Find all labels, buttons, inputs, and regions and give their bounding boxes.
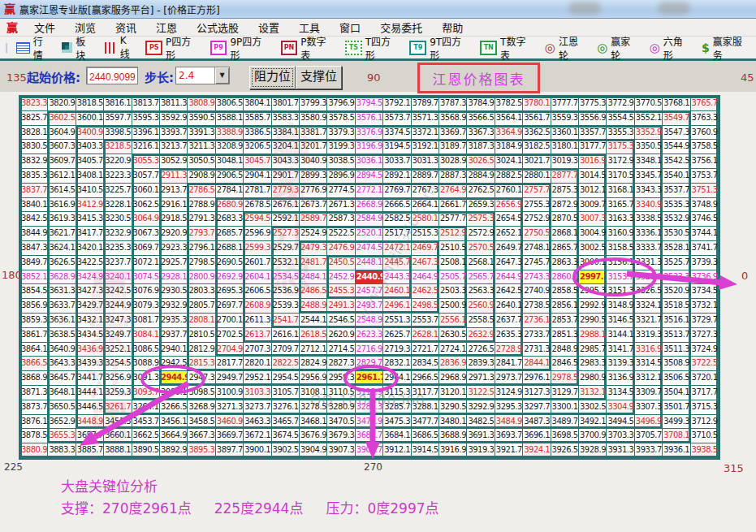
grid-cell: 2508.10	[439, 256, 467, 270]
grid-cell: 3535.30	[663, 198, 690, 213]
menu-news[interactable]: 资讯	[106, 19, 146, 35]
grid-cell: 3451.30	[104, 415, 132, 430]
grid-cell: 3537.70	[663, 184, 690, 198]
toolbar-button-quotes[interactable]: 行情	[16, 34, 52, 62]
grid-cell: 3470.50	[327, 415, 355, 430]
start-price-input[interactable]	[86, 67, 138, 84]
toolbar-separator: |	[5, 42, 8, 54]
grid-cell: 3919.30	[467, 443, 495, 458]
start-price-label: 起始价格:	[27, 68, 80, 85]
toolbar-button-gann-wheel[interactable]: ◎ 江恩轮	[545, 34, 587, 62]
grid-cell: 3760.90	[691, 126, 719, 141]
grid-cell: 2541.70	[272, 314, 300, 328]
grid-cell: 3374.50	[383, 126, 411, 141]
grid-cell: 2906.50	[216, 169, 244, 184]
grid-cell: 3372.10	[412, 126, 439, 141]
grid-cell: 2527.30	[272, 227, 300, 241]
grid-cell: 3242.50	[104, 284, 132, 299]
menu-gann[interactable]: 江恩	[146, 19, 187, 35]
gann-wheel-icon: ◎	[545, 42, 555, 54]
grid-cell: 2457.70	[356, 284, 383, 299]
grid-cell: 3340.90	[635, 198, 663, 213]
grid-cell: 2724.10	[439, 343, 467, 357]
toolbar-button-hexagon[interactable]: ◎ 六角形	[650, 34, 692, 62]
grid-cell: 3720.10	[691, 371, 719, 386]
grid-cell: 3643.30	[48, 357, 76, 371]
grid-cell: 3343.30	[635, 184, 663, 198]
menu-trade[interactable]: 交易委托	[370, 19, 432, 35]
grid-cell: 2448.10	[356, 256, 383, 270]
grid-cell: 2836.90	[439, 357, 467, 371]
toolbar-button-p-square[interactable]: PS P四方形	[145, 34, 200, 62]
grid-cell: 2755.30	[523, 198, 551, 213]
grid-cell: 3568.90	[439, 111, 467, 126]
grid-cell: 3686.50	[412, 429, 439, 443]
toolbar-button-winner-wheel[interactable]: ◎ 赢家轮	[597, 34, 639, 62]
grid-cell: 2954.50	[272, 371, 300, 386]
grid-cell: 2937.70	[160, 328, 188, 343]
support-button[interactable]: 支撑位	[296, 66, 342, 89]
grid-cell: 3847.30	[20, 241, 48, 256]
toolbar-button-kline[interactable]: K线	[105, 35, 136, 60]
menu-formula-stock-pick[interactable]: 公式选股	[187, 19, 248, 35]
grid-cell: 2832.10	[383, 357, 411, 371]
grid-cell: 3144.10	[607, 328, 634, 343]
toolbar-button-p-number-table[interactable]: PN P数字表	[281, 34, 335, 62]
grid-cell: 2481.70	[300, 256, 327, 270]
grid-cell: 3660.10	[104, 429, 132, 443]
toolbar-label: 赢家轮	[611, 34, 639, 62]
grid-cell: 2736.10	[523, 314, 551, 328]
toolbar-button-9p-square[interactable]: P9 9P四方形	[210, 34, 271, 62]
grid-cell: 2793.70	[188, 227, 215, 241]
toolbar-button-sectors[interactable]: 板块	[62, 34, 94, 62]
grid-cell: 2803.30	[188, 284, 215, 299]
grid-cell: 2745.70	[523, 256, 551, 270]
grid-cell: 3400.90	[76, 126, 104, 141]
grid-cell: 3583.30	[272, 111, 300, 126]
grid-cell: 2796.10	[188, 241, 215, 256]
toolbar-label: 赢家服务	[713, 34, 751, 62]
grid-cell: 3076.90	[132, 284, 160, 299]
grid-cell: 2714.50	[327, 343, 355, 357]
grid-cell: 3194.50	[383, 140, 411, 154]
grid-cell: 3861.70	[20, 328, 48, 343]
menu-browse[interactable]: 浏览	[65, 19, 106, 35]
grid-cell: 3232.90	[104, 227, 132, 241]
grid-cell: 3681.70	[356, 429, 383, 443]
grid-cell: 3475.30	[383, 415, 411, 430]
menu-help[interactable]: 帮助	[432, 19, 473, 35]
grid-cell: 2551.30	[383, 314, 411, 328]
menu-window[interactable]: 窗口	[330, 19, 370, 35]
grid-cell: 3420.10	[76, 241, 104, 256]
grid-cell: 2584.90	[356, 212, 383, 227]
toolbar-button-t-square[interactable]: TS T四方形	[345, 34, 400, 62]
grid-cell: 2805.70	[188, 299, 215, 314]
grid-cell: 2512.90	[439, 227, 467, 241]
chevron-down-icon[interactable]: ▼	[214, 67, 229, 84]
grid-cell: 2757.70	[523, 184, 551, 198]
grid-cell: 2472.10	[383, 241, 411, 256]
grid-cell: 3021.70	[523, 154, 551, 169]
grid-cell: 3636.10	[48, 314, 76, 328]
toolbar-button-9t-square[interactable]: T9 9T四方形	[409, 34, 470, 62]
menu-file[interactable]: 文件	[24, 19, 65, 35]
grid-cell: 2510.50	[439, 241, 467, 256]
step-label: 步长:	[145, 68, 174, 85]
toolbar-button-t-number-table[interactable]: TN T数字表	[480, 34, 534, 62]
menu-settings[interactable]: 设置	[248, 19, 289, 35]
grid-cell: 3916.90	[439, 443, 467, 458]
grid-cell: 3300.10	[551, 400, 579, 415]
resistance-button[interactable]: 阻力位	[249, 66, 296, 89]
grid-cell: 3050.50	[188, 154, 215, 169]
grid-cell: 3931.30	[607, 443, 634, 458]
toolbar-button-winner-service[interactable]: $ 赢家服务	[702, 34, 751, 62]
grid-cell: 2712.10	[300, 343, 327, 357]
menu-tools[interactable]: 工具	[289, 19, 330, 35]
grid-cell: 2817.70	[216, 357, 244, 371]
grid-cell: 2889.70	[412, 169, 439, 184]
grid-cell: 3163.30	[607, 212, 634, 227]
grid-cell: 3124.90	[495, 386, 523, 400]
grid-cell: 3540.10	[663, 169, 690, 184]
step-combobox[interactable]: 2.4 ▼	[175, 67, 230, 84]
blocks-icon	[62, 42, 72, 53]
